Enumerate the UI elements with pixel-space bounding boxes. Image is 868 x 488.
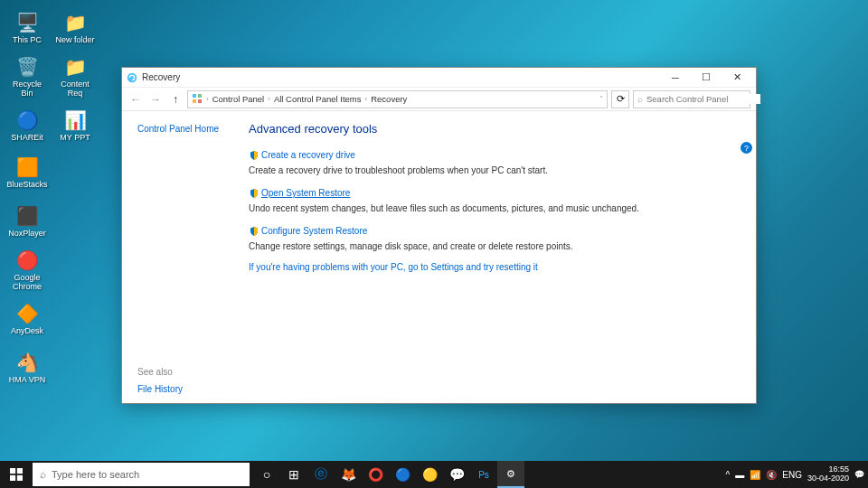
desktop: 🖥️This PC📁New folder🗑️Recycle Bin📁Conten… [0, 0, 868, 488]
tool-description: Create a recovery drive to troubleshoot … [249, 165, 738, 175]
icon-label: Recycle Bin [6, 80, 48, 99]
icon-label: This PC [13, 36, 42, 45]
chrome-dev-icon[interactable]: 🔵 [389, 461, 416, 488]
tool-link-1[interactable]: Open System Restore [249, 188, 350, 198]
control-panel-home-link[interactable]: Control Panel Home [137, 124, 243, 134]
see-also-label: See also [137, 367, 183, 377]
desktop-icon-recycle-bin[interactable]: 🗑️Recycle Bin [5, 53, 50, 100]
volume-icon[interactable]: 🔇 [766, 470, 777, 480]
icon-label: HMA VPN [9, 376, 46, 385]
control-panel-icon [192, 93, 203, 106]
desktop-icon-new-folder[interactable]: 📁New folder [52, 5, 98, 52]
page-heading: Advanced recovery tools [249, 122, 738, 136]
taskbar: ⌕ Type here to search ○ ⊞ ⓔ 🦊 ⭕ 🔵 🟡 💬 Ps… [0, 461, 868, 488]
minimize-button[interactable]: ─ [660, 68, 691, 87]
shareit-icon: 🔵 [15, 108, 39, 132]
address-bar[interactable]: › Control Panel › All Control Panel Item… [187, 90, 608, 108]
reset-pc-link[interactable]: If you're having problems with your PC, … [249, 262, 738, 272]
svg-rect-3 [193, 99, 196, 103]
desktop-icon-this-pc[interactable]: 🖥️This PC [5, 5, 50, 52]
shield-icon [249, 150, 258, 159]
sidebar: Control Panel Home See also File History [122, 111, 243, 403]
anydesk-icon: 🔶 [15, 302, 39, 325]
tool-item: Configure System Restore Change restore … [249, 224, 738, 251]
desktop-icon-shareit[interactable]: 🔵SHAREit [5, 102, 50, 149]
wifi-icon[interactable]: 📶 [750, 470, 760, 480]
taskbar-search[interactable]: ⌕ Type here to search [33, 463, 250, 486]
my-ppt-icon: 📊 [63, 108, 87, 132]
notifications-icon[interactable]: 💬 [854, 470, 864, 479]
svg-rect-1 [193, 94, 196, 98]
start-button[interactable] [0, 461, 33, 488]
desktop-icon-google-chrome[interactable]: 🔴Google Chrome [5, 247, 50, 294]
tool-link-2[interactable]: Configure System Restore [249, 226, 367, 236]
icon-label: Content Req [54, 80, 96, 99]
recovery-icon [126, 71, 138, 84]
cortana-button[interactable]: ○ [253, 461, 280, 488]
hma-vpn-icon: 🐴 [15, 351, 39, 374]
desktop-icon-noxplayer[interactable]: ⬛NoxPlayer [5, 198, 50, 245]
file-history-link[interactable]: File History [137, 384, 183, 394]
chevron-right-icon: › [268, 95, 270, 103]
new-folder-icon: 📁 [63, 11, 87, 34]
photoshop-icon[interactable]: Ps [470, 461, 497, 488]
chevron-right-icon: › [206, 95, 209, 103]
search-icon: ⌕ [40, 468, 46, 481]
search-input[interactable] [646, 94, 760, 104]
desktop-icon-my-ppt[interactable]: 📊MY PPT [52, 102, 98, 149]
desktop-icon-bluestacks[interactable]: 🟧BlueStacks [5, 149, 50, 196]
whatsapp-icon[interactable]: 💬 [443, 461, 470, 488]
google-chrome-icon: 🔴 [15, 249, 39, 272]
system-tray: ^ ▬ 📶 🔇 ENG 16:55 30-04-2020 💬 [726, 461, 868, 488]
window-title: Recovery [142, 72, 660, 82]
control-panel-taskbar-icon[interactable]: ⚙ [497, 461, 524, 488]
svg-rect-5 [10, 468, 15, 474]
chevron-down-icon[interactable]: ˅ [599, 95, 603, 103]
svg-rect-4 [198, 99, 202, 103]
forward-button[interactable]: → [147, 91, 164, 108]
shield-icon [249, 226, 258, 235]
titlebar: Recovery ─ ☐ ✕ [122, 68, 756, 88]
up-button[interactable]: ↑ [167, 91, 184, 108]
icon-label: BlueStacks [6, 181, 47, 190]
network-icon[interactable]: ▬ [735, 470, 744, 480]
icon-label: New folder [55, 36, 94, 45]
breadcrumb-1[interactable]: All Control Panel Items [274, 94, 362, 104]
tool-title: Configure System Restore [261, 226, 367, 236]
tool-description: Undo recent system changes, but leave fi… [249, 203, 738, 213]
close-button[interactable]: ✕ [722, 68, 752, 87]
shield-icon [249, 188, 258, 197]
desktop-icon-anydesk[interactable]: 🔶AnyDesk [5, 296, 50, 343]
maximize-button[interactable]: ☐ [691, 68, 722, 87]
search-icon: ⌕ [637, 94, 643, 104]
svg-point-0 [127, 72, 137, 82]
breadcrumb-0[interactable]: Control Panel [212, 94, 265, 104]
back-button[interactable]: ← [127, 91, 144, 108]
desktop-icon-content-req[interactable]: 📁Content Req [52, 53, 98, 100]
language-indicator[interactable]: ENG [782, 470, 802, 480]
search-placeholder: Type here to search [52, 469, 139, 480]
tool-title: Open System Restore [261, 188, 350, 198]
chrome-icon[interactable]: 🟡 [416, 461, 443, 488]
firefox-icon[interactable]: 🦊 [335, 461, 362, 488]
chevron-right-icon: › [365, 95, 368, 103]
task-view-button[interactable]: ⊞ [280, 461, 307, 488]
icon-label: Google Chrome [6, 274, 48, 292]
recovery-window: Recovery ─ ☐ ✕ ← → ↑ › Control Panel › A… [121, 67, 757, 404]
edge-icon[interactable]: ⓔ [307, 461, 335, 488]
main-panel: Advanced recovery tools Create a recover… [243, 111, 756, 403]
clock[interactable]: 16:55 30-04-2020 [807, 465, 849, 483]
refresh-button[interactable]: ⟳ [611, 90, 629, 108]
search-box[interactable]: ⌕ [633, 90, 750, 108]
breadcrumb-2[interactable]: Recovery [371, 94, 407, 104]
content-req-icon: 📁 [63, 55, 87, 79]
tool-item: Create a recovery drive Create a recover… [249, 148, 738, 175]
tray-chevron-icon[interactable]: ^ [726, 470, 731, 480]
bluestacks-icon: 🟧 [15, 155, 39, 179]
svg-rect-6 [17, 468, 23, 474]
opera-icon[interactable]: ⭕ [362, 461, 389, 488]
icon-label: AnyDesk [11, 327, 43, 336]
svg-rect-8 [17, 475, 23, 481]
tool-link-0[interactable]: Create a recovery drive [249, 150, 355, 160]
desktop-icon-hma-vpn[interactable]: 🐴HMA VPN [5, 344, 50, 391]
